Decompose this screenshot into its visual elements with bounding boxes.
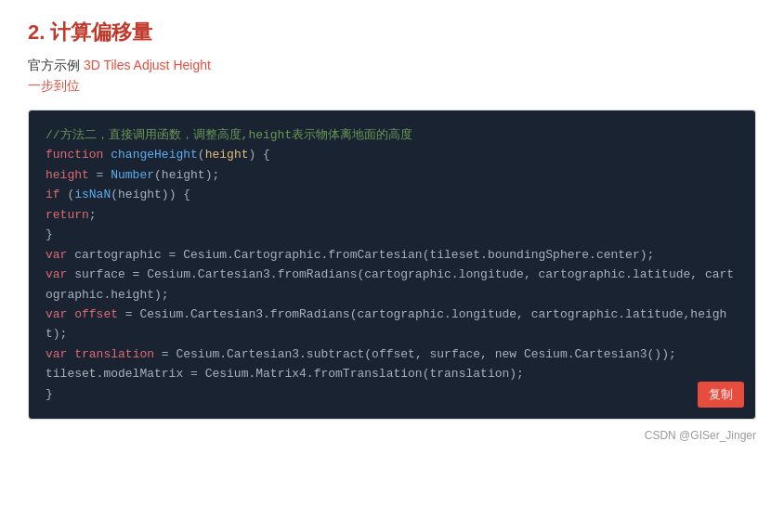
- code-block-wrapper: //方法二，直接调用函数，调整高度,height表示物体离地面的高度 funct…: [28, 110, 756, 420]
- copy-button[interactable]: 复制: [698, 382, 744, 408]
- subtitle-text: 官方示例: [28, 58, 84, 72]
- one-step-label: 一步到位: [28, 78, 756, 95]
- subtitle-line: 官方示例 3D Tiles Adjust Height: [28, 58, 756, 74]
- watermark: CSDN @GISer_Jinger: [28, 429, 756, 442]
- code-block: //方法二，直接调用函数，调整高度,height表示物体离地面的高度 funct…: [46, 125, 738, 404]
- subtitle-link[interactable]: 3D Tiles Adjust Height: [84, 58, 211, 72]
- page-heading: 2. 计算偏移量: [28, 19, 756, 46]
